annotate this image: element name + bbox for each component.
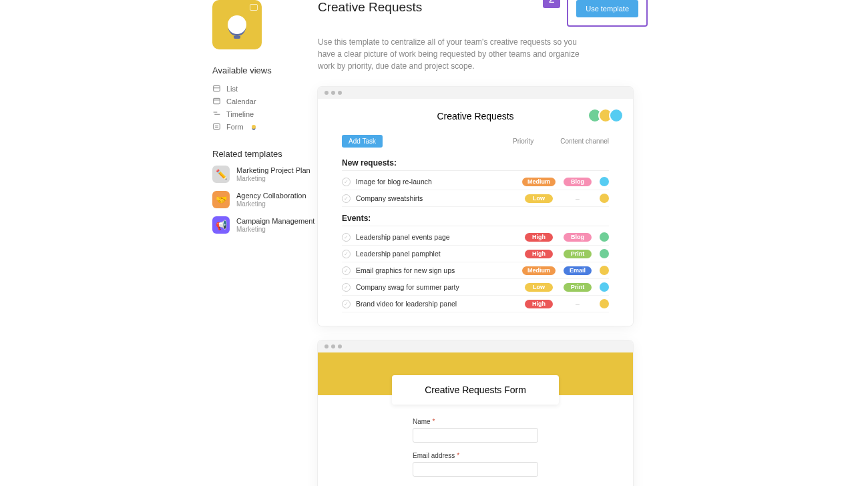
form-icon bbox=[212, 122, 221, 131]
view-label: Calendar bbox=[226, 97, 256, 105]
task-name: Email graphics for new sign ups bbox=[356, 266, 517, 274]
task-row[interactable]: ✓ Brand video for leadership panel High … bbox=[342, 296, 609, 312]
related-category: Marketing bbox=[236, 226, 314, 233]
svg-rect-6 bbox=[214, 124, 220, 129]
channel-empty: – bbox=[561, 194, 594, 202]
related-template[interactable]: 🤝 Agency Collaboration Marketing bbox=[212, 191, 318, 208]
channel-pill: Print bbox=[564, 283, 592, 292]
related-category: Marketing bbox=[236, 200, 306, 208]
avatar bbox=[609, 108, 624, 123]
channel-pill: Email bbox=[564, 266, 592, 275]
template-description: Use this template to centralize all of y… bbox=[318, 36, 588, 72]
text-input[interactable] bbox=[413, 428, 538, 443]
complete-checkbox[interactable]: ✓ bbox=[342, 250, 351, 258]
related-category: Marketing bbox=[236, 175, 310, 182]
related-name: Marketing Project Plan bbox=[236, 166, 310, 174]
window-chrome bbox=[318, 87, 633, 99]
column-channel: Content channel bbox=[560, 138, 609, 145]
available-views-heading: Available views bbox=[212, 65, 318, 75]
assignee-avatar bbox=[600, 232, 609, 242]
page-title: Creative Requests bbox=[318, 0, 422, 15]
priority-pill: High bbox=[525, 233, 553, 242]
template-icon bbox=[212, 0, 262, 49]
related-name: Campaign Management bbox=[236, 217, 314, 225]
assignee-avatar bbox=[600, 299, 609, 308]
complete-checkbox[interactable]: ✓ bbox=[342, 178, 351, 186]
channel-empty: – bbox=[561, 300, 594, 308]
channel-pill: Blog bbox=[564, 178, 592, 186]
template-mini-icon: 📢 bbox=[212, 216, 230, 234]
member-avatars bbox=[592, 108, 624, 123]
view-list[interactable]: List bbox=[212, 82, 318, 95]
form-card: Creative Requests Form bbox=[392, 375, 559, 405]
view-calendar[interactable]: Calendar bbox=[212, 95, 318, 107]
form-title: Creative Requests Form bbox=[401, 385, 550, 395]
complete-checkbox[interactable]: ✓ bbox=[342, 194, 351, 203]
task-row[interactable]: ✓ Company swag for summer party Low Prin… bbox=[342, 279, 609, 296]
related-template[interactable]: ✏️ Marketing Project Plan Marketing bbox=[212, 166, 318, 183]
task-name: Image for blog re-launch bbox=[356, 178, 517, 186]
priority-pill: Medium bbox=[522, 266, 556, 275]
svg-rect-0 bbox=[214, 85, 220, 91]
cta-highlight: Use template bbox=[567, 0, 648, 27]
preview-form-window: Creative Requests Form Name * Email addr… bbox=[318, 340, 633, 486]
preview-title: Creative Requests bbox=[437, 111, 513, 121]
template-mini-icon: ✏️ bbox=[212, 166, 230, 183]
lightbulb-icon bbox=[228, 15, 246, 34]
task-row[interactable]: ✓ Leadership panel pamphlet High Print bbox=[342, 246, 609, 262]
svg-rect-2 bbox=[214, 98, 220, 103]
complete-checkbox[interactable]: ✓ bbox=[342, 300, 351, 308]
preview-list-window: Creative Requests Add Task Priority Cont… bbox=[318, 87, 633, 326]
task-name: Brand video for leadership panel bbox=[356, 300, 517, 308]
assignee-avatar bbox=[600, 266, 609, 275]
view-label: Timeline bbox=[226, 110, 254, 118]
text-input[interactable] bbox=[413, 462, 538, 477]
view-label: List bbox=[226, 85, 238, 93]
assignee-avatar bbox=[600, 194, 609, 203]
task-row[interactable]: ✓ Leadership panel events page High Blog bbox=[342, 229, 609, 246]
view-form[interactable]: Form bbox=[212, 120, 318, 133]
required-asterisk: * bbox=[457, 452, 459, 459]
task-name: Leadership panel pamphlet bbox=[356, 250, 517, 258]
view-timeline[interactable]: Timeline bbox=[212, 107, 318, 120]
priority-pill: Medium bbox=[522, 178, 556, 186]
assignee-avatar bbox=[600, 177, 609, 186]
task-name: Leadership panel events page bbox=[356, 233, 517, 241]
related-templates-heading: Related templates bbox=[212, 149, 318, 159]
field-label: Name * bbox=[413, 418, 538, 425]
assignee-avatar bbox=[600, 249, 609, 258]
channel-pill: Print bbox=[564, 250, 592, 258]
section-heading: New requests: bbox=[342, 158, 609, 171]
list-icon bbox=[212, 84, 221, 93]
section-heading: Events: bbox=[342, 214, 609, 226]
task-row[interactable]: ✓ Image for blog re-launch Medium Blog bbox=[342, 174, 609, 190]
field-label: Email address * bbox=[413, 452, 538, 459]
task-name: Company swag for summer party bbox=[356, 283, 517, 291]
template-mini-icon: 🤝 bbox=[212, 191, 230, 208]
card-mini-icon bbox=[250, 4, 258, 11]
task-row[interactable]: ✓ Email graphics for new sign ups Medium… bbox=[342, 262, 609, 279]
use-template-button[interactable]: Use template bbox=[576, 0, 638, 17]
priority-pill: High bbox=[525, 250, 553, 258]
lightbulb-mini-icon bbox=[252, 125, 256, 129]
calendar-icon bbox=[212, 97, 221, 105]
view-label: Form bbox=[226, 123, 244, 131]
complete-checkbox[interactable]: ✓ bbox=[342, 266, 351, 275]
complete-checkbox[interactable]: ✓ bbox=[342, 283, 351, 292]
channel-pill: Blog bbox=[564, 233, 592, 242]
window-chrome bbox=[318, 340, 633, 352]
assignee-avatar bbox=[600, 282, 609, 292]
timeline-icon bbox=[212, 109, 221, 118]
related-name: Agency Collaboration bbox=[236, 192, 306, 200]
priority-pill: High bbox=[525, 300, 553, 308]
required-asterisk: * bbox=[432, 418, 435, 425]
step-badge: 2 bbox=[543, 0, 560, 8]
task-name: Company sweatshirts bbox=[356, 194, 517, 202]
add-task-button[interactable]: Add Task bbox=[342, 135, 383, 148]
priority-pill: Low bbox=[525, 283, 553, 292]
related-template[interactable]: 📢 Campaign Management Marketing bbox=[212, 216, 318, 234]
priority-pill: Low bbox=[525, 194, 553, 203]
task-row[interactable]: ✓ Company sweatshirts Low – bbox=[342, 190, 609, 207]
complete-checkbox[interactable]: ✓ bbox=[342, 233, 351, 242]
column-priority: Priority bbox=[513, 138, 533, 145]
